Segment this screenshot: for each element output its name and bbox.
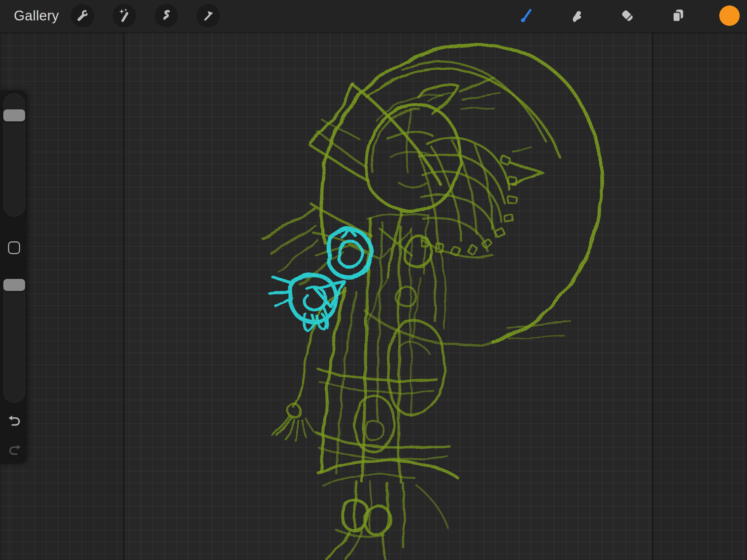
opacity-slider-handle[interactable] (3, 279, 25, 291)
brush-sidebar (0, 90, 27, 464)
redo-button[interactable] (6, 442, 23, 459)
undo-button[interactable] (6, 413, 23, 429)
selection-s-icon (159, 8, 174, 23)
transform-arrow-icon (201, 8, 216, 23)
actions-button[interactable] (71, 4, 94, 27)
modify-button[interactable] (8, 241, 20, 254)
transform-button[interactable] (197, 4, 220, 27)
sketch-green-strokes (263, 45, 602, 560)
selection-button[interactable] (155, 4, 178, 27)
color-swatch-circle (719, 5, 740, 27)
color-swatch-button[interactable] (718, 4, 741, 27)
undo-icon (6, 413, 23, 429)
opacity-slider[interactable] (3, 279, 25, 403)
magic-wand-icon (117, 8, 132, 23)
adjustments-button[interactable] (113, 4, 136, 27)
layers-icon (670, 7, 686, 24)
layers-button[interactable] (666, 4, 690, 27)
eraser-icon (619, 7, 636, 24)
sketch-artwork (0, 0, 747, 560)
brush-size-slider-handle[interactable] (3, 109, 25, 121)
smudge-tool-button[interactable] (565, 4, 588, 27)
paint-tool-button[interactable] (514, 4, 538, 27)
redo-icon (6, 442, 23, 459)
erase-tool-button[interactable] (616, 4, 639, 27)
wrench-icon (75, 8, 90, 23)
paintbrush-icon (518, 7, 534, 24)
top-toolbar: Gallery (0, 0, 747, 32)
gallery-button[interactable]: Gallery (14, 0, 59, 32)
smudge-finger-icon (568, 7, 585, 24)
brush-size-slider[interactable] (3, 93, 25, 217)
